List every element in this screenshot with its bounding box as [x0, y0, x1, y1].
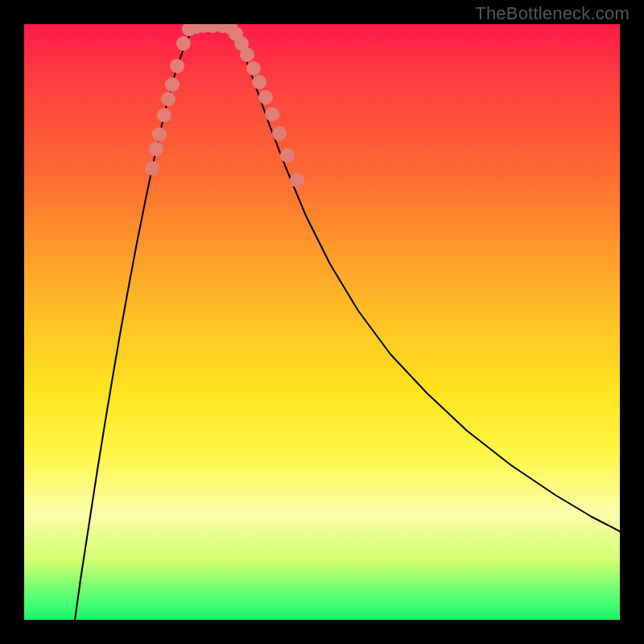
data-point: [272, 126, 287, 141]
data-point: [161, 92, 175, 106]
data-point: [258, 90, 273, 105]
data-point: [290, 173, 304, 188]
dots-layer: [145, 24, 304, 188]
data-point: [280, 148, 295, 163]
chart-frame: [24, 24, 620, 620]
data-point: [152, 127, 167, 142]
data-point: [240, 47, 254, 62]
data-point: [170, 59, 184, 73]
chart-svg: [24, 24, 620, 620]
data-point: [265, 107, 279, 122]
stage: TheBottleneck.com: [0, 0, 644, 644]
curve-right-branch: [232, 27, 620, 531]
data-point: [246, 61, 261, 76]
data-point: [157, 108, 171, 122]
data-point: [165, 77, 180, 92]
data-point: [145, 161, 159, 175]
curve-left-branch: [75, 27, 193, 620]
data-point: [252, 75, 266, 89]
curve-layer: [75, 24, 620, 620]
data-point: [176, 36, 191, 51]
data-point: [149, 142, 163, 156]
watermark-text: TheBottleneck.com: [475, 3, 630, 24]
